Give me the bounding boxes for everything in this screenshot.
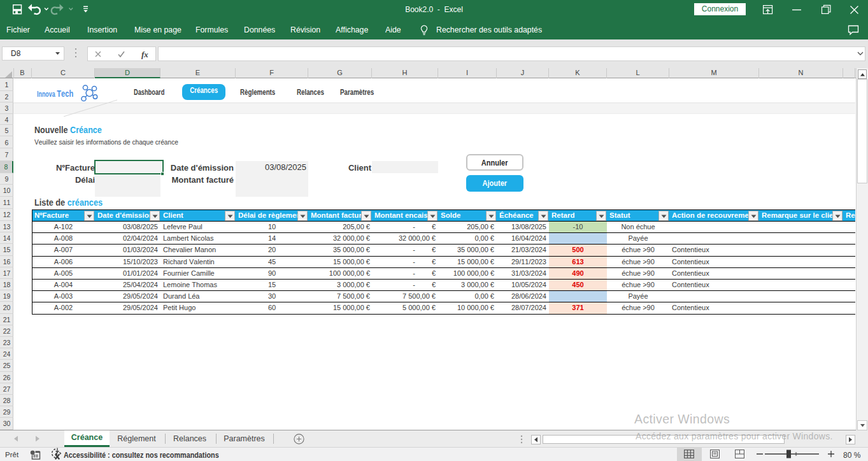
svg-text:fx: fx [141, 50, 148, 59]
